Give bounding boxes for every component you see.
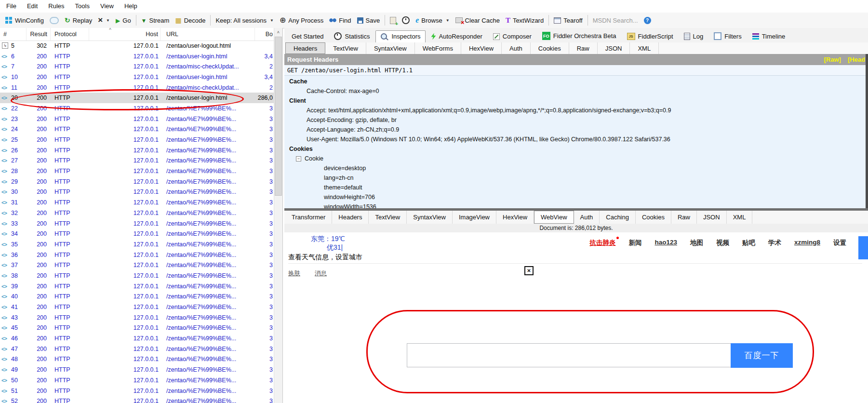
tab-fiddler-orchestra-beta[interactable]: FOFiddler Orchestra Beta [537, 29, 622, 42]
message-link[interactable]: 消息 [315, 269, 327, 278]
menu-item-tools[interactable]: Tools [70, 0, 95, 13]
response-tab-transformer[interactable]: Transformer [285, 211, 332, 224]
table-row[interactable]: 10200HTTP127.0.0.1/zentao/user-login.htm… [0, 72, 274, 82]
tab-log[interactable]: Log [679, 30, 709, 42]
nav-link-xzming8[interactable]: xzming8 [794, 239, 820, 247]
request-tab-headers[interactable]: Headers [285, 42, 325, 54]
table-row[interactable]: 23200HTTP127.0.0.1/zentao/%E7%99%BE%...3 [0, 114, 274, 124]
table-row[interactable]: 46200HTTP127.0.0.1/zentao/%E7%99%BE%...3 [0, 333, 274, 344]
timer-button[interactable] [399, 14, 413, 27]
remove-sessions-button[interactable]: ▼ [95, 14, 113, 27]
response-tab-headers[interactable]: Headers [332, 211, 369, 224]
column-header-body[interactable]: Bo [255, 28, 274, 40]
tab-timeline[interactable]: Timeline [747, 30, 791, 42]
table-row[interactable]: 45200HTTP127.0.0.1/zentao/%E7%99%BE%...3 [0, 323, 274, 334]
request-tab-auth[interactable]: Auth [502, 42, 531, 54]
tab-statistics[interactable]: Statistics [329, 30, 375, 42]
tab-get-started[interactable]: Get Started [286, 30, 329, 42]
scrollbar-up-arrow[interactable]: ˄ [274, 28, 282, 36]
keep-sessions-dropdown[interactable]: Keep: All sessions ▼ [213, 14, 276, 27]
table-row[interactable]: 30200HTTP127.0.0.1/zentao/%E7%99%BE%...3 [0, 187, 274, 198]
request-tab-syntaxview[interactable]: SyntaxView [366, 42, 415, 54]
nav-link-贴吧[interactable]: 贴吧 [742, 239, 755, 247]
table-row[interactable]: 28200HTTP127.0.0.1/zentao/%E7%99%BE%...3 [0, 166, 274, 176]
response-tab-json[interactable]: JSON [697, 211, 727, 224]
menu-item-rules[interactable]: Rules [43, 0, 69, 13]
table-row[interactable]: 20200HTTP127.0.0.1/zentao/user-login.htm… [0, 93, 274, 103]
table-row[interactable]: 6200HTTP127.0.0.1/zentao/user-login.html… [0, 51, 274, 62]
request-tab-cookies[interactable]: Cookies [531, 42, 569, 54]
header-definitions-link[interactable]: [Head [848, 56, 865, 63]
nav-link-学术[interactable]: 学术 [768, 239, 781, 247]
nav-link-新闻[interactable]: 新闻 [628, 239, 641, 247]
msdn-search-box[interactable]: MSDN Search... [590, 14, 641, 27]
table-row[interactable]: 22200HTTP127.0.0.1/zentao/%E7%99%BE%...3 [0, 103, 274, 114]
request-tab-xml[interactable]: XML [630, 42, 659, 54]
menu-item-edit[interactable]: Edit [22, 0, 43, 13]
tab-filters[interactable]: Filters [708, 30, 747, 42]
response-tab-textview[interactable]: TextView [369, 211, 407, 224]
browse-button[interactable]: Browse ▼ [413, 14, 452, 27]
response-tab-hexview[interactable]: HexView [496, 211, 534, 224]
column-header-url[interactable]: URL [160, 28, 255, 40]
request-tab-webforms[interactable]: WebForms [415, 42, 461, 54]
screenshot-button[interactable] [387, 14, 399, 27]
go-button[interactable]: Go [113, 14, 134, 27]
menu-item-file[interactable]: File [1, 0, 22, 13]
any-process-button[interactable]: Any Process [277, 14, 326, 27]
tab-composer[interactable]: Composer [488, 30, 537, 42]
baidu-search-button[interactable]: 百度一下 [731, 343, 793, 368]
textwizard-button[interactable]: TextWizard [503, 14, 547, 27]
table-row[interactable]: 37200HTTP127.0.0.1/zentao/%E7%99%BE%...3 [0, 260, 274, 270]
scrollbar-thumb[interactable] [275, 37, 282, 196]
nav-link-hao123[interactable]: hao123 [654, 239, 677, 247]
menu-item-view[interactable]: View [95, 0, 119, 13]
nav-link-视频[interactable]: 视频 [716, 239, 729, 247]
weather-city-link[interactable]: 东莞：19℃ [311, 235, 345, 243]
headers-scrollbar-strip[interactable] [866, 54, 868, 208]
table-row[interactable]: 25200HTTP127.0.0.1/zentao/%E7%99%BE%...3 [0, 134, 274, 145]
winconfig-button[interactable]: WinConfig [2, 14, 47, 27]
cookie-tree-root[interactable]: Cookie [284, 154, 868, 163]
comment-button[interactable] [47, 14, 62, 27]
table-row[interactable]: 24200HTTP127.0.0.1/zentao/%E7%99%BE%...3 [0, 124, 274, 135]
table-row[interactable]: 39200HTTP127.0.0.1/zentao/%E7%99%BE%...3 [0, 281, 274, 292]
column-header-host[interactable]: Host [89, 28, 160, 40]
table-row[interactable]: 26200HTTP127.0.0.1/zentao/%E7%99%BE%...3 [0, 145, 274, 156]
column-header-protocol[interactable]: Protocol [51, 28, 89, 40]
table-row[interactable]: 50200HTTP127.0.0.1/zentao/%E7%99%BE%...3 [0, 375, 274, 386]
table-row[interactable]: 41200HTTP127.0.0.1/zentao/%E7%99%BE%...3 [0, 302, 274, 312]
session-list-scrollbar[interactable]: ˄ [274, 28, 282, 403]
help-button[interactable] [641, 14, 654, 27]
column-header-result[interactable]: Result [27, 28, 51, 40]
replay-button[interactable]: Replay [62, 14, 95, 27]
response-tab-xml[interactable]: XML [727, 211, 753, 224]
decode-button[interactable]: Decode [172, 14, 208, 27]
skin-link[interactable]: 换肤 [288, 269, 300, 278]
table-row[interactable]: 40200HTTP127.0.0.1/zentao/%E7%99%BE%...3 [0, 292, 274, 302]
table-row[interactable]: 43200HTTP127.0.0.1/zentao/%E7%99%BE%...3 [0, 312, 274, 323]
request-line[interactable]: GET /zentao/user-login.html HTTP/1.1 [284, 65, 868, 76]
response-tab-auth[interactable]: Auth [574, 211, 600, 224]
weather-quality-link[interactable]: 优31| [327, 243, 343, 252]
request-tab-raw[interactable]: Raw [569, 42, 598, 54]
collapse-minus-icon[interactable] [296, 156, 301, 161]
clear-cache-button[interactable]: Clear Cache [453, 14, 503, 27]
response-tab-webview[interactable]: WebView [534, 211, 574, 224]
response-tab-raw[interactable]: Raw [671, 211, 697, 224]
tab-autoresponder[interactable]: AutoResponder [426, 30, 487, 42]
nav-link-地图[interactable]: 地图 [690, 239, 703, 247]
response-tab-syntaxview[interactable]: SyntaxView [407, 211, 453, 224]
response-tab-cookies[interactable]: Cookies [636, 211, 671, 224]
baidu-search-input[interactable] [407, 343, 731, 367]
table-row[interactable]: 33200HTTP127.0.0.1/zentao/%E7%99%BE%...3 [0, 218, 274, 229]
table-row[interactable]: 29200HTTP127.0.0.1/zentao/%E7%99%BE%...3 [0, 176, 274, 187]
table-row[interactable]: 51200HTTP127.0.0.1/zentao/%E7%99%BE%...3 [0, 386, 274, 396]
table-row[interactable]: 52200HTTP127.0.0.1/zentao/%E7%99%BE%...3 [0, 396, 274, 403]
table-row[interactable]: 27200HTTP127.0.0.1/zentao/%E7%99%BE%...3 [0, 156, 274, 166]
table-row[interactable]: 48200HTTP127.0.0.1/zentao/%E7%99%BE%...3 [0, 354, 274, 365]
request-tab-hexview[interactable]: HexView [461, 42, 502, 54]
find-button[interactable]: Find [326, 14, 354, 27]
table-row[interactable]: 49200HTTP127.0.0.1/zentao/%E7%99%BE%...3 [0, 364, 274, 375]
tab-fiddlerscript[interactable]: JSFiddlerScript [622, 30, 679, 42]
